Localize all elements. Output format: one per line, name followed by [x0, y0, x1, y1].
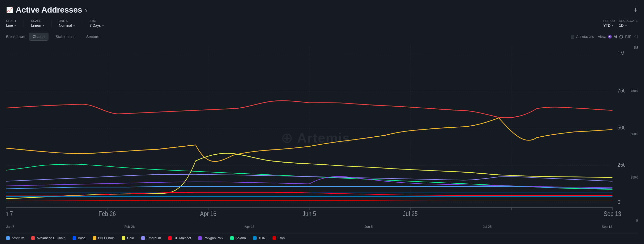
legend-label-op: OP Mainnet [174, 236, 191, 240]
legend-avalanche[interactable]: Avalanche C-Chain [31, 236, 65, 240]
breakdown-row: Breakdown: Chains Stablecoins Sectors An… [6, 33, 638, 41]
annotations-area: Annotations [571, 35, 594, 39]
chart-value: Line [6, 23, 13, 27]
header: 📈 Active Addresses ∨ ⬇ [6, 5, 638, 15]
xaxis-label-jun: Jun 5 [365, 225, 373, 229]
legend-label-avalanche: Avalanche C-Chain [37, 236, 65, 240]
legend-label-base: Base [78, 236, 86, 240]
y-label-1m: 1M [628, 46, 638, 49]
legend-color-polygon [198, 236, 202, 240]
legend-color-arbitrum [6, 236, 10, 240]
legend-label-bnb: BNB Chain [98, 236, 115, 240]
legend-ton[interactable]: TON [253, 236, 265, 240]
svg-text:Jul 25: Jul 25 [403, 210, 418, 218]
xaxis-label-jan: Jan 7 [6, 225, 14, 229]
y-axis: 1M 750K 500K 250K 0 [625, 45, 638, 231]
scale-select[interactable]: Linear ▾ [31, 23, 44, 27]
title-chevron-icon[interactable]: ∨ [85, 7, 88, 13]
svg-text:1M: 1M [617, 50, 624, 56]
legend-label-celo: Celo [127, 236, 134, 240]
legend-arbitrum[interactable]: Arbitrum [6, 236, 24, 240]
legend-polygon[interactable]: Polygon PoS [198, 236, 223, 240]
svg-text:Jun 5: Jun 5 [303, 210, 316, 218]
legend-color-ethereum [141, 236, 145, 240]
xaxis-label-sep: Sep 13 [602, 225, 612, 229]
title-area: 📈 Active Addresses ∨ [6, 5, 88, 15]
period-chevron-icon: ▾ [612, 24, 613, 27]
aggregate-value: 1D [619, 23, 624, 27]
legend-celo[interactable]: Celo [122, 236, 134, 240]
xaxis-labels: Jan 7 Feb 26 Apr 16 Jun 5 Jul 25 Sep 13 [6, 225, 612, 229]
legend-color-op [168, 236, 172, 240]
svg-text:500K: 500K [617, 124, 625, 131]
breakdown-left: Breakdown: Chains Stablecoins Sectors [6, 33, 103, 41]
aggregate-control: AGGREGATE 1D ▾ [619, 19, 638, 27]
svg-text:250K: 250K [617, 162, 625, 168]
annotations-checkbox[interactable] [571, 35, 574, 39]
download-button[interactable]: ⬇ [633, 7, 638, 13]
legend-tron[interactable]: Tron [273, 236, 285, 240]
breakdown-right: Annotations View: All P2P ⓘ [571, 34, 638, 39]
units-control: UNITS Nominal ▾ [59, 19, 75, 27]
svg-text:Apr 16: Apr 16 [200, 210, 216, 218]
legend-label-solana: Solana [236, 236, 246, 240]
breakdown-stablecoins-button[interactable]: Stablecoins [52, 33, 79, 40]
legend-label-arbitrum: Arbitrum [12, 236, 24, 240]
page-title: Active Addresses [16, 5, 82, 15]
chart-container: ⊕ Artemis [6, 45, 625, 231]
units-value: Nominal [59, 23, 72, 27]
aggregate-select[interactable]: 1D ▾ [619, 23, 638, 27]
chart-control: CHART Line ▾ [6, 19, 16, 27]
breakdown-label: Breakdown: [6, 35, 25, 39]
legend-color-solana [230, 236, 234, 240]
legend-color-ton [253, 236, 257, 240]
legend: Arbitrum Avalanche C-Chain Base BNB Chai… [6, 233, 638, 240]
breakdown-sectors-button[interactable]: Sectors [83, 33, 103, 40]
chart-label: CHART [6, 19, 16, 22]
y-label-0: 0 [628, 219, 638, 222]
scale-value: Linear [31, 23, 41, 27]
period-select[interactable]: YTD ▾ [603, 23, 615, 27]
annotations-label: Annotations [576, 35, 594, 39]
divider-2 [51, 20, 52, 27]
xaxis-label-jul: Jul 25 [483, 225, 492, 229]
svg-text:Sep 13: Sep 13 [603, 210, 621, 218]
view-p2p-radio[interactable] [619, 35, 623, 39]
xaxis-label-feb: Feb 26 [124, 225, 135, 229]
legend-color-celo [122, 236, 125, 240]
legend-label-ethereum: Ethereum [147, 236, 161, 240]
period-value: YTD [603, 23, 610, 27]
chart-select[interactable]: Line ▾ [6, 23, 16, 27]
sma-label: SMA [89, 19, 104, 22]
chart-chevron-icon: ▾ [14, 24, 16, 27]
info-icon[interactable]: ⓘ [635, 34, 638, 39]
legend-solana[interactable]: Solana [230, 236, 246, 240]
sma-select[interactable]: 7 Days ▾ [89, 23, 104, 27]
view-p2p-label: P2P [625, 35, 631, 39]
legend-color-bnb [93, 236, 96, 240]
period-label: PERIOD [603, 19, 615, 22]
sma-control: SMA 7 Days ▾ [89, 19, 104, 27]
scale-control: SCALE Linear ▾ [31, 19, 44, 27]
divider-1 [24, 20, 24, 27]
sma-chevron-icon: ▾ [102, 24, 104, 27]
view-area: View: All P2P ⓘ [598, 34, 638, 39]
legend-color-tron [273, 236, 276, 240]
breakdown-chains-button[interactable]: Chains [29, 33, 48, 41]
divider-3 [82, 20, 82, 27]
y-label-500k: 500K [628, 132, 638, 136]
scale-label: SCALE [31, 19, 44, 22]
view-all-label: All [614, 35, 617, 39]
legend-ethereum[interactable]: Ethereum [141, 236, 161, 240]
controls-right: PERIOD YTD ▾ AGGREGATE 1D ▾ [603, 19, 638, 27]
svg-text:0: 0 [617, 199, 620, 205]
sma-value: 7 Days [89, 23, 101, 27]
xaxis-label-apr: Apr 16 [245, 225, 255, 229]
legend-op[interactable]: OP Mainnet [168, 236, 191, 240]
legend-bnb[interactable]: BNB Chain [93, 236, 115, 240]
view-all-radio[interactable] [608, 35, 612, 39]
legend-base[interactable]: Base [73, 236, 86, 240]
units-select[interactable]: Nominal ▾ [59, 23, 75, 27]
period-control: PERIOD YTD ▾ [603, 19, 615, 27]
svg-text:Feb 26: Feb 26 [98, 210, 116, 218]
